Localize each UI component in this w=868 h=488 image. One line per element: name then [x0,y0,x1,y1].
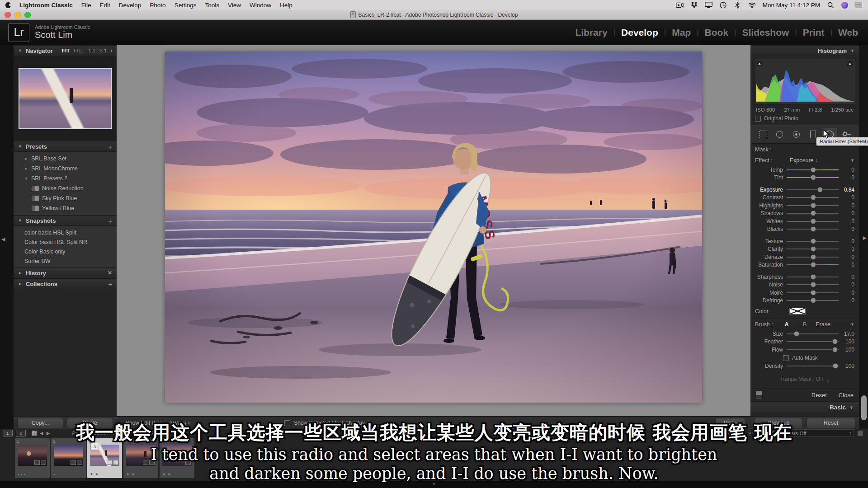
slider-track[interactable] [787,341,839,342]
histogram[interactable]: ▲ ▲ [754,59,855,105]
panel-toggle-switch[interactable] [756,391,762,399]
collapse-right-panel-arrow-icon[interactable]: ▶ [863,235,867,241]
slider-track[interactable] [787,292,839,293]
menu-app-name[interactable]: Lightroom Classic [19,2,73,9]
create-snapshot-icon[interactable]: + [108,217,112,225]
slider-track[interactable] [787,177,839,178]
slider-track[interactable] [787,241,839,242]
preset-folder-srl-monochrome[interactable]: ►SRL MonoChrome [14,164,117,174]
slider-track[interactable] [787,197,839,198]
snapshot-item[interactable]: color basic HSL Split [14,228,117,237]
slider-knob[interactable] [811,298,816,303]
module-slideshow[interactable]: Slideshow [742,27,789,38]
local-reset-button[interactable]: Reset [811,392,827,399]
slider-track[interactable] [787,284,839,285]
menu-file[interactable]: File [81,2,91,9]
slider-knob[interactable] [811,219,816,224]
collapse-left-panel-arrow-icon[interactable]: ◀ [1,236,5,242]
crop-overlay-tool[interactable] [756,128,770,141]
navigator-zoom-3-1[interactable]: 3:1 [99,48,107,53]
slider-track[interactable] [787,349,839,350]
menu-view[interactable]: View [228,2,241,9]
apple-icon[interactable] [5,2,11,8]
menu-photo[interactable]: Photo [150,2,165,9]
menu-develop[interactable]: Develop [119,2,142,9]
module-web[interactable]: Web [838,27,858,38]
folder-expanded-icon[interactable]: ▼ [24,177,28,181]
airplay-icon[interactable] [705,2,712,9]
shadow-clipping-icon[interactable]: ▲ [756,61,763,66]
slider-track[interactable] [787,229,839,230]
preset-folder-srl-base-set[interactable]: ►SRL Base Set [14,154,117,164]
snapshot-item[interactable]: Color basic HSL Split NR [14,237,117,247]
navigator-zoom-fill[interactable]: FILL [74,48,84,53]
snapshots-header[interactable]: ▼ Snapshots + [14,215,117,226]
module-print[interactable]: Print [803,27,825,38]
effect-select[interactable]: Exposure ▴▾ [790,157,817,164]
create-collection-icon[interactable]: + [108,280,112,288]
slider-knob[interactable] [811,282,816,287]
slider-track[interactable] [787,366,839,366]
module-library[interactable]: Library [575,27,607,38]
histogram-header[interactable]: Histogram ▼ [750,45,859,56]
navigator-thumbnail[interactable] [19,68,112,129]
slider-knob[interactable] [811,226,816,232]
collapse-filmstrip-arrow-icon[interactable]: ▼ [432,482,436,486]
preset-folder-srl-presets-2[interactable]: ▼SRL Presets 2 [14,174,117,183]
highlight-clipping-icon[interactable]: ▲ [847,61,853,66]
brush-a-button[interactable]: A [785,321,789,328]
slider-knob[interactable] [832,347,838,352]
clear-history-icon[interactable]: ✕ [108,270,112,276]
menu-bar-clock[interactable]: Mon May 11 4:12 PM [763,2,820,9]
spotlight-search-icon[interactable] [827,2,835,9]
slider-knob[interactable] [811,262,816,267]
slider-knob[interactable] [811,195,816,200]
folder-collapsed-icon[interactable]: ► [24,157,28,161]
slider-track[interactable] [787,213,839,214]
slider-knob[interactable] [832,339,838,344]
snapshot-item[interactable]: Color Basic only [14,247,117,256]
menu-tools[interactable]: Tools [205,2,219,9]
wifi-icon[interactable] [748,2,756,9]
preset-yellow-blue[interactable]: Yellow / Blue [14,203,117,213]
slider-knob[interactable] [811,211,816,216]
slider-track[interactable] [787,205,839,206]
navigator-zoom-fit[interactable]: FIT [62,48,70,53]
module-map[interactable]: Map [672,27,691,38]
create-preset-icon[interactable]: + [108,143,112,150]
preset-noise-reduction[interactable]: Noise Reduction [14,183,117,193]
menu-window[interactable]: Window [250,2,271,9]
slider-knob[interactable] [811,290,816,296]
zoom-ratio-picker-icon[interactable]: ▴▾ [111,49,112,53]
auto-mask-checkbox[interactable] [783,355,789,361]
slider-track[interactable] [787,169,839,170]
notification-center-icon[interactable] [855,2,863,9]
slider-track[interactable] [787,221,839,222]
slider-knob[interactable] [811,274,816,280]
slider-track[interactable] [787,277,839,277]
slider-knob[interactable] [811,246,816,252]
red-eye-tool[interactable] [789,128,804,141]
right-panel-scrollbar[interactable] [861,395,867,420]
dropbox-icon[interactable] [690,2,698,9]
brush-b-button[interactable]: B [803,321,807,328]
navigator-zoom-1-1[interactable]: 1:1 [88,48,95,53]
module-book[interactable]: Book [705,27,729,38]
minimize-window-button[interactable] [14,12,21,18]
slider-track[interactable] [787,300,839,301]
navigator-header[interactable]: ▼ Navigator FIT FILL 1:1 3:1 ▴▾ [14,45,117,56]
main-photo[interactable]: MOSS [165,52,702,403]
snapshot-item[interactable]: Surfer BW [14,256,117,266]
siri-icon[interactable] [841,2,848,9]
range-mask-row[interactable]: Range Mask : Off ▴▾ [750,370,859,388]
menu-edit[interactable]: Edit [100,2,110,9]
menu-help[interactable]: Help [280,2,292,9]
collections-header[interactable]: ► Collections + [14,278,117,289]
color-swatch[interactable] [789,308,806,314]
folder-collapsed-icon[interactable]: ► [24,167,28,171]
slider-knob[interactable] [794,331,799,337]
original-photo-checkbox[interactable] [755,116,761,122]
slider-track[interactable] [787,257,839,258]
slider-knob[interactable] [811,239,816,244]
menu-settings[interactable]: Settings [175,2,197,9]
